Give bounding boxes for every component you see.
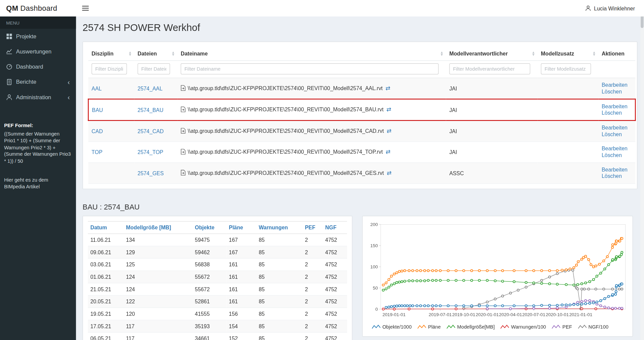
transfer-arrows-icon[interactable]: ⇄ — [387, 169, 391, 176]
legend-label: Modellgröße[MB] — [457, 324, 495, 330]
loeschen-link[interactable]: Löschen — [602, 131, 632, 138]
stats-table-row: 21.05.21124556721618524752 — [88, 283, 347, 296]
transfer-arrows-icon[interactable]: ⇄ — [386, 148, 390, 155]
stats-cell: 4752 — [323, 246, 347, 259]
column-header-dateiname[interactable]: Dateiname ▴▾ — [177, 47, 446, 61]
stats-cell: 2 — [302, 246, 323, 259]
modellzusatz-cell — [538, 120, 598, 142]
sidebar-item-berichte[interactable]: Berichte ‹ — [0, 74, 76, 89]
stats-cell: 117 — [124, 320, 192, 333]
disziplin-link[interactable]: BAU — [92, 107, 103, 113]
sort-icon[interactable]: ▴▾ — [532, 51, 534, 56]
legend-label: Objekte/1000 — [382, 324, 412, 330]
loeschen-link[interactable]: Löschen — [602, 88, 632, 95]
files-table-filter-row — [88, 61, 635, 78]
stats-table-row: 11.06.21134594751678524752 — [88, 234, 347, 246]
legend-line-icon — [501, 324, 510, 330]
sort-icon[interactable]: ▴▾ — [129, 51, 131, 56]
dateien-link[interactable]: 2574_BAU — [138, 107, 164, 113]
transfer-arrows-icon[interactable]: ⇄ — [386, 106, 391, 113]
document-icon — [6, 79, 12, 85]
stats-cell: 2 — [302, 234, 323, 246]
pef-formula-title: PEF Formel: — [4, 122, 72, 129]
sidebar-toggle-button[interactable] — [76, 0, 95, 16]
legend-item: PEF — [552, 324, 572, 330]
disziplin-link[interactable]: TOP — [92, 149, 102, 155]
stats-table-body: 11.06.2113459475167852475209.06.21129594… — [88, 234, 347, 340]
stats-cell: 2 — [302, 320, 323, 333]
legend-item: NGF/100 — [578, 324, 608, 330]
stats-cell: 156 — [226, 308, 256, 320]
svg-text:2019-10-01: 2019-10-01 — [452, 312, 475, 317]
files-table-body: AAL2574_AAL\\atp.group.tld\dfs\ZUC-KFP\P… — [88, 78, 635, 184]
stats-cell: 85 — [256, 246, 303, 259]
user-menu[interactable]: Lucia Winklehner — [576, 0, 644, 16]
brand-bold: QM — [6, 4, 18, 13]
sort-icon[interactable]: ▴▾ — [441, 51, 443, 56]
transfer-arrows-icon[interactable]: ⇄ — [387, 127, 391, 134]
legend-line-icon — [578, 324, 587, 330]
dateien-link[interactable]: 2574_GES — [138, 170, 164, 176]
stats-cell: 2 — [302, 271, 323, 283]
stats-cell: 4752 — [323, 332, 347, 340]
column-header-modellverantwortlicher[interactable]: Modellverantwortlicher ▴▾ — [446, 47, 538, 61]
sort-icon[interactable]: ▴▾ — [593, 51, 595, 56]
stats-table-row: 09.06.21129594621678524752 — [88, 246, 347, 259]
disziplin-link[interactable]: AAL — [92, 85, 102, 91]
stats-table-row: 20.05.21122528611618524752 — [88, 295, 347, 308]
svg-text:2020-07-01: 2020-07-01 — [522, 312, 545, 317]
stats-cell: 2 — [302, 332, 323, 340]
file-export-icon — [181, 129, 186, 135]
dateiname-text: \\atp.group.tld\dfs\ZUC-KFP\PROJEKTE\257… — [188, 128, 384, 134]
loeschen-link[interactable]: Löschen — [602, 173, 632, 180]
filter-modellzusatz-input[interactable] — [541, 63, 591, 74]
stats-cell: 4752 — [323, 295, 347, 308]
loeschen-link[interactable]: Löschen — [602, 110, 632, 116]
modellverantwortlicher-cell: ASSC — [446, 162, 538, 183]
sidebar-item-administration[interactable]: Administration ‹ — [0, 90, 76, 105]
stats-cell: 41555 — [192, 308, 226, 320]
sidebar-item-auswertungen[interactable]: Auswertungen — [0, 44, 76, 59]
dateien-link[interactable]: 2574_AAL — [138, 85, 163, 91]
stats-cell: 52861 — [192, 295, 226, 308]
legend-item: Objekte/1000 — [372, 324, 412, 330]
stats-cell: 56838 — [192, 258, 226, 271]
bearbeiten-link[interactable]: Bearbeiten — [602, 146, 632, 152]
bimpedia-link[interactable]: Hier geht es zu dem BIMpedia Artikel — [0, 177, 66, 190]
bearbeiten-link[interactable]: Bearbeiten — [602, 166, 632, 173]
stats-cell: 11.06.21 — [88, 234, 124, 246]
stats-column-modellgroesse: Modellgröße [MB] — [124, 221, 192, 234]
bearbeiten-link[interactable]: Bearbeiten — [602, 103, 632, 110]
dateien-link[interactable]: 2574_TOP — [138, 149, 164, 155]
page-scrollbar[interactable] — [640, 0, 644, 340]
stats-cell: 122 — [124, 295, 192, 308]
filter-disziplin-input[interactable] — [92, 63, 127, 74]
bearbeiten-link[interactable]: Bearbeiten — [602, 82, 632, 88]
stats-cell: 2 — [302, 258, 323, 271]
column-header-disziplin[interactable]: Disziplin ▴▾ — [88, 47, 134, 61]
stats-cell: 59462 — [192, 246, 226, 259]
dashboard-gauge-icon — [6, 64, 12, 70]
filter-dateiname-input[interactable] — [181, 63, 439, 74]
app-logo[interactable]: QM Dashboard — [0, 0, 76, 16]
pef-formula-text: ((Summe der Warnungen Prio1 * 10) + (Sum… — [4, 131, 71, 164]
svg-text:100: 100 — [370, 264, 378, 269]
filter-dateien-input[interactable] — [138, 63, 170, 74]
sidebar-item-projekte[interactable]: Projekte — [0, 29, 76, 44]
stats-cell: 85 — [256, 283, 303, 296]
loeschen-link[interactable]: Löschen — [602, 152, 632, 159]
column-header-modellzusatz[interactable]: Modellzusatz ▴▾ — [538, 47, 598, 61]
column-header-dateien[interactable]: Dateien ▴▾ — [134, 47, 177, 61]
modellverantwortlicher-cell: JAI — [446, 120, 538, 142]
line-chart: 0501001502002019-01-012019-07-012019-10-… — [366, 220, 628, 322]
disziplin-link[interactable]: CAD — [92, 128, 103, 134]
stats-table: Datum Modellgröße [MB] Objekte Pläne War… — [88, 221, 347, 340]
stats-cell: 125 — [124, 258, 192, 271]
transfer-arrows-icon[interactable]: ⇄ — [386, 85, 390, 91]
filter-modellverantwortlicher-input[interactable] — [449, 63, 530, 74]
bearbeiten-link[interactable]: Bearbeiten — [602, 124, 632, 131]
dateien-link[interactable]: 2574_CAD — [138, 128, 164, 134]
sort-icon[interactable]: ▴▾ — [172, 51, 174, 56]
legend-label: NGF/100 — [589, 324, 609, 330]
sidebar-item-dashboard[interactable]: Dashboard — [0, 59, 76, 74]
